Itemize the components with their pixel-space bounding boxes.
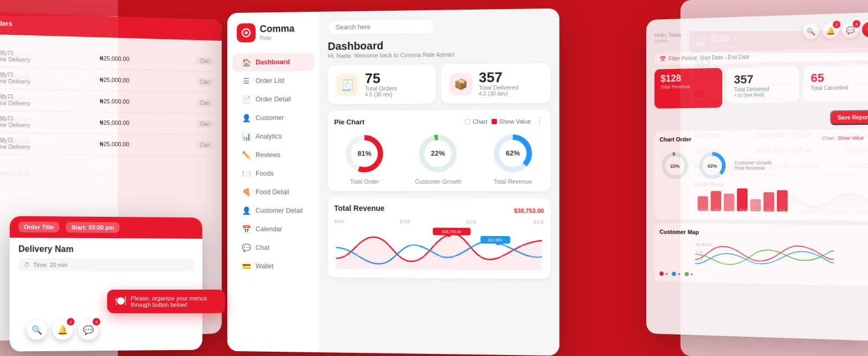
orders-rating: 4.5 (30 rev) <box>365 92 397 97</box>
main-content: Dashboard Hi, Nada. Welcome back to Comm… <box>319 9 559 356</box>
svg-text:$12,863: $12,863 <box>488 238 502 242</box>
pizza-icon: 🍕 <box>242 188 251 196</box>
pie-total-revenue: 62% Total Revenue <box>491 132 535 185</box>
chart-toggle-label: Chart <box>822 135 834 141</box>
toast-notification: 🍽️ Please, organize your menus through b… <box>107 290 225 313</box>
chart-mini-pies: 22% 62% Customer Growth Total Revenue <box>660 145 868 186</box>
pie-label-order: Total Order <box>350 178 379 185</box>
charts-section: Pie Chart Chart Show Value ⋮ <box>328 109 551 191</box>
total-orders-label: Total Orders <box>365 85 397 92</box>
sidebar-item-chat[interactable]: 💬 Chat <box>233 239 314 257</box>
svg-text:$38,753.00: $38,753.00 <box>442 230 461 233</box>
svg-text:Sunday: Sunday <box>698 208 710 212</box>
svg-text:Fri: Fri <box>766 208 771 212</box>
total-orders-number: 75 <box>365 71 397 85</box>
toggle-show-value[interactable]: Show Value <box>492 118 531 124</box>
filter-bar[interactable]: 📅 Filter Period: Start Date - End Date <box>654 48 868 65</box>
toggle-chart[interactable]: Chart <box>465 118 487 125</box>
search-icon[interactable]: 🔍 <box>803 23 819 40</box>
pie-charts-row: 81% Total Order 22% Customer Growth <box>334 132 544 185</box>
total-delivered-number: 357 <box>479 70 519 85</box>
chart-checkbox[interactable] <box>465 119 470 124</box>
chat-icon: 💬 <box>242 244 251 252</box>
filter-label: Filter Period: Start Date - End Date <box>669 54 750 62</box>
y-label-40k: $40k <box>334 219 345 224</box>
user-avatar[interactable]: N <box>862 21 868 37</box>
delivery-name-label: Delivery Nam <box>18 244 194 254</box>
show-value-checkbox[interactable] <box>492 118 497 124</box>
stat-cancelled-num: 65 <box>811 70 868 86</box>
revenue-section: Total Revenue $38,753.00 $40k $30k $20k … <box>328 198 551 279</box>
sidebar-item-analytics[interactable]: 📊 Analytics <box>233 127 314 146</box>
pie-label-growth: Customer Growth <box>415 178 461 185</box>
svg-text:Mon: Mon <box>713 208 720 211</box>
panel-header-label: Orders <box>0 19 12 28</box>
stat-revenue-num: $128 <box>661 72 716 85</box>
sidebar-item-wallet[interactable]: 💳 Wallet <box>233 257 314 276</box>
stat-card-orders: 🧾 75 Total Orders 4.5 (30 rev) <box>328 64 436 104</box>
bell-icon[interactable]: 🔔 2 <box>822 22 839 39</box>
stat-revenue-label: Total Revenue <box>661 84 716 90</box>
sidebar-item-food-detail[interactable]: 🍕 Food Detail <box>233 183 314 201</box>
bell-bottom-badge: 2 <box>67 318 74 325</box>
chart-order-title: Chart Order <box>660 136 691 142</box>
mini-pie-growth: 22% <box>660 150 691 181</box>
legend-green: ● <box>685 271 693 277</box>
pie-customer-growth: 22% Customer Growth <box>415 132 461 185</box>
save-report-button[interactable]: Save Report <box>830 110 868 125</box>
search-bottom-icon[interactable]: 🔍 <box>27 320 47 340</box>
sidebar-item-foods[interactable]: 🍽️ Foods <box>233 164 314 183</box>
svg-text:Wed: Wed <box>739 208 747 212</box>
svg-text:Sat: Sat <box>780 208 785 212</box>
revenue-amount-label: $38,753.00 <box>514 207 544 214</box>
table-row: 9348fy72 Home Delivery ₦25,000.00 Can <box>0 133 214 156</box>
person-icon: 👤 <box>242 113 251 122</box>
sidebar-item-reviews[interactable]: ✏️ Reviews <box>233 146 314 164</box>
chat-bottom-icon[interactable]: 💬 3 <box>78 320 99 340</box>
start-time-label: Start: 03:00 pm <box>66 222 119 233</box>
document-icon: 📄 <box>242 95 251 104</box>
chat-icon-header[interactable]: 💬 3 <box>842 21 859 38</box>
clock-icon: ⏱ <box>24 262 30 268</box>
sidebar-item-order-list[interactable]: ☰ Order List <box>233 71 314 90</box>
toast-message: Please, organize your menus through butt… <box>131 295 218 308</box>
stat-delivered-sub: +10 (last Red) <box>734 92 791 98</box>
sidebar-item-order-detail[interactable]: 📄 Order Detail <box>233 90 314 109</box>
svg-text:81%: 81% <box>357 149 371 157</box>
filter-icon: 📅 <box>660 56 665 62</box>
sidebar-item-calendar[interactable]: 📅 Calendar <box>233 220 314 238</box>
search-input[interactable] <box>328 19 435 35</box>
wallet-icon: 💳 <box>242 262 251 270</box>
chart-order-section: Chart Order Chart Show Value ⋮ 22% 62% <box>654 129 868 221</box>
more-options-icon[interactable]: ⋮ <box>535 116 544 126</box>
customer-map-section: Customer Map $3.45.884 2.00 1.00 ● ● <box>654 223 868 286</box>
svg-text:22%: 22% <box>431 149 446 157</box>
chat-badge: 3 <box>852 20 860 28</box>
bell-badge: 2 <box>833 20 840 28</box>
show-value-label: Show Value <box>837 135 864 141</box>
sidebar-item-customer-detail[interactable]: 👤 Customer Detail <box>233 202 314 220</box>
sidebar-item-dashboard[interactable]: 🏠 Dashboard <box>233 53 314 72</box>
pie-chart-svg-revenue: 62% <box>491 132 535 175</box>
lorem-text: Lorem <box>654 37 681 43</box>
revenue-legend: Total Revenue <box>735 165 772 171</box>
growth-legend: Customer Growth <box>735 160 772 165</box>
bottom-card-content: Delivery Nam ⏱ Time: 20 min <box>10 238 203 278</box>
svg-text:Thur: Thur <box>753 208 761 212</box>
orders-table: 9348fy73 Home Delivery ₦25,000.00 Can 93… <box>0 34 222 166</box>
svg-text:62%: 62% <box>506 149 520 157</box>
charts-header: Pie Chart Chart Show Value ⋮ <box>334 116 544 127</box>
legend-blue: ● <box>672 271 680 277</box>
revenue-title: Total Revenue <box>334 204 385 213</box>
toast-icon: 🍽️ <box>115 295 126 307</box>
revenue-line-chart: $38,753.00 $12,863 <box>334 226 544 270</box>
food-icon: 🍽️ <box>242 169 251 178</box>
home-icon: 🏠 <box>242 58 251 67</box>
logo-icon <box>237 23 256 42</box>
order-title-bar: Order Title Start: 03:00 pm <box>10 216 203 239</box>
svg-point-1 <box>245 32 248 35</box>
greeting-label: Hello, Nada <box>654 32 681 38</box>
sidebar-item-customer[interactable]: 👤 Customer <box>233 109 314 127</box>
bell-bottom-icon[interactable]: 🔔 2 <box>53 320 73 340</box>
y-label-10k: $10k <box>533 219 544 225</box>
